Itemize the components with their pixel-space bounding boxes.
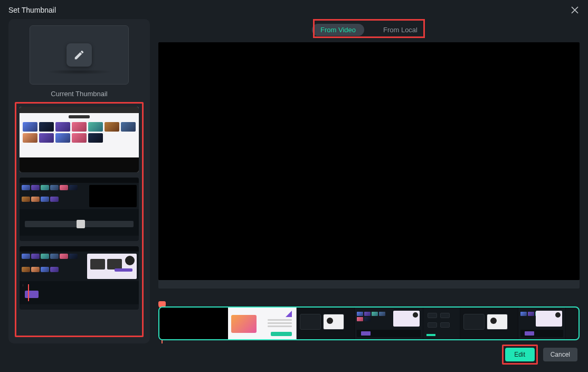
- filmstrip-frame[interactable]: [355, 308, 423, 339]
- filmstrip-frame[interactable]: [423, 308, 460, 339]
- frame-suggestion[interactable]: [20, 178, 139, 241]
- left-panel: Current Thumbnail: [8, 19, 150, 343]
- timeline-filmstrip[interactable]: [158, 306, 580, 340]
- right-panel: From Video From Local: [158, 19, 580, 343]
- close-button[interactable]: [570, 5, 580, 15]
- video-preview[interactable]: [158, 42, 580, 280]
- dialog-header: Set Thumbnail: [0, 0, 588, 19]
- suggested-frames-list: [15, 102, 144, 337]
- edit-button[interactable]: Edit: [505, 348, 535, 361]
- cancel-button[interactable]: Cancel: [543, 348, 577, 361]
- edit-thumbnail-tile: [67, 43, 92, 67]
- close-icon: [571, 6, 578, 14]
- dialog-body: Current Thumbnail: [0, 19, 588, 343]
- tab-bar-container: From Video From Local: [158, 19, 580, 40]
- edit-button-highlight: Edit: [502, 345, 538, 365]
- filmstrip-frame[interactable]: [518, 308, 566, 339]
- current-thumbnail-preview[interactable]: [30, 25, 129, 85]
- dialog-title: Set Thumbnail: [8, 6, 56, 14]
- filmstrip-frame[interactable]: [159, 308, 228, 339]
- tab-from-video[interactable]: From Video: [312, 24, 364, 36]
- filmstrip-frame[interactable]: [297, 308, 355, 339]
- source-tab-bar: From Video From Local: [312, 22, 426, 37]
- filmstrip-container: [158, 304, 580, 343]
- preview-controls-shelf: [158, 280, 580, 289]
- frame-suggestion[interactable]: [20, 246, 139, 310]
- pencil-icon: [73, 49, 85, 61]
- dialog-footer: Edit Cancel: [502, 345, 577, 365]
- filmstrip-frame[interactable]: [460, 308, 518, 339]
- frame-suggestion[interactable]: [20, 107, 139, 172]
- tab-from-local[interactable]: From Local: [375, 24, 426, 36]
- filmstrip-frame[interactable]: [228, 308, 297, 339]
- current-thumbnail-label: Current Thumbnail: [51, 90, 107, 98]
